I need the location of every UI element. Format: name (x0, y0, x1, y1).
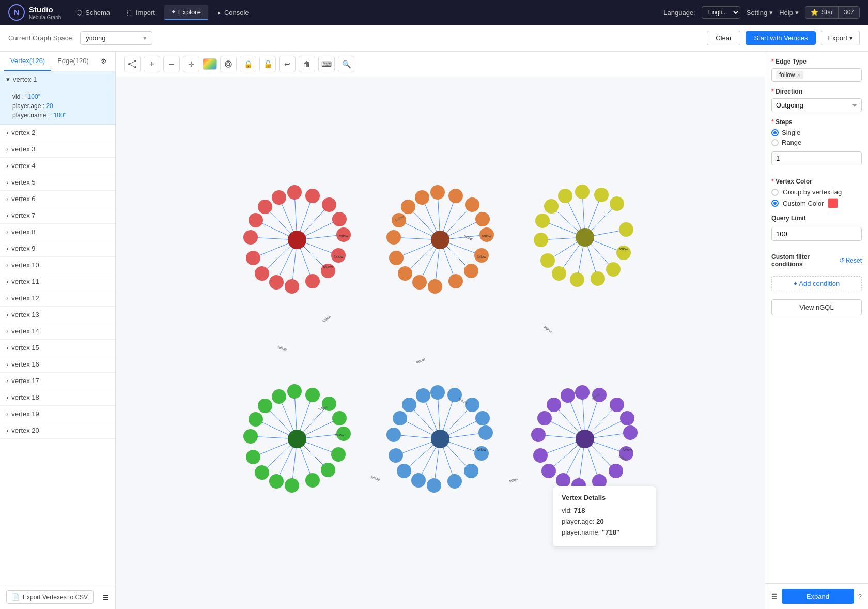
svg-point-202 (547, 398, 561, 412)
language-label: Language: (663, 9, 695, 17)
tab-vertex[interactable]: Vertex(126) (4, 52, 51, 71)
list-item[interactable]: ›vertex 7 (0, 207, 115, 224)
list-item[interactable]: ›vertex 5 (0, 174, 115, 191)
direction-select[interactable]: Outgoing Incoming Bidirect (771, 98, 862, 112)
svg-point-132 (243, 429, 258, 444)
language-select[interactable]: Engli... (702, 6, 740, 19)
chevron-down-icon: ▾ (6, 75, 10, 83)
list-item[interactable]: ›vertex 12 (0, 290, 115, 307)
svg-point-169 (416, 388, 430, 403)
nav-schema[interactable]: ⬡ Schema (69, 6, 117, 20)
list-item[interactable]: ›vertex 11 (0, 273, 115, 290)
query-limit-input[interactable] (771, 227, 862, 241)
chevron-right-icon: › (6, 311, 8, 318)
svg-point-160 (464, 464, 478, 478)
steps-input[interactable] (771, 151, 862, 165)
list-item[interactable]: ›vertex 18 (0, 389, 115, 406)
delete-icon[interactable]: 🗑 (299, 56, 315, 72)
zoom-in-icon[interactable]: + (144, 56, 160, 72)
svg-point-28 (269, 275, 284, 290)
svg-point-207 (620, 411, 634, 425)
tab-bar: Vertex(126) Edge(120) ⚙ (0, 52, 115, 71)
popup-vid: vid: 718 (562, 507, 647, 514)
graph-canvas[interactable]: followfollowfollow followfollow (116, 77, 765, 609)
list-item[interactable]: ›vertex 8 (0, 224, 115, 240)
lock-icon[interactable]: 🔒 (240, 56, 256, 72)
move-icon[interactable]: ✛ (183, 56, 199, 72)
remove-tag-button[interactable]: × (797, 72, 800, 78)
export-csv-button[interactable]: 📄 Export Vertexes to CSV (6, 590, 94, 604)
setting-menu[interactable]: Setting ▾ (747, 9, 773, 17)
keyboard-icon[interactable]: ⌨ (318, 56, 335, 72)
svg-point-92 (619, 222, 633, 237)
list-icon-right[interactable]: ☰ (771, 592, 778, 600)
import-icon: ⬚ (127, 9, 133, 17)
space-label: Current Graph Space: (8, 34, 74, 42)
search-icon[interactable]: 🔍 (338, 56, 354, 72)
svg-point-67 (386, 230, 401, 245)
custom-color-radio[interactable] (771, 200, 779, 207)
tab-edge[interactable]: Edge(120) (51, 52, 95, 71)
list-item[interactable]: ›vertex 6 (0, 191, 115, 207)
graph-space-select[interactable]: yidong ▾ (80, 31, 152, 45)
list-item[interactable]: ›vertex 4 (0, 158, 115, 174)
list-item[interactable]: ›vertex 10 (0, 257, 115, 273)
svg-point-29 (255, 266, 269, 281)
color-picker[interactable] (203, 58, 217, 70)
list-item[interactable]: ›vertex 14 (0, 323, 115, 340)
zoom-out-icon[interactable]: − (163, 56, 180, 72)
group-by-tag-radio[interactable] (771, 189, 779, 196)
nav-console[interactable]: ▸ Console (210, 6, 256, 20)
view-ngql-button[interactable]: View nGQL (771, 299, 862, 315)
unlock-icon[interactable]: 🔓 (259, 56, 276, 72)
github-star[interactable]: ⭐ Star 307 (805, 6, 860, 19)
help-menu[interactable]: Help ▾ (779, 9, 799, 17)
list-item[interactable]: ›vertex 15 (0, 340, 115, 356)
svg-point-170 (430, 385, 445, 400)
svg-text:follow: follow (323, 265, 333, 269)
step-range-radio[interactable] (771, 139, 779, 146)
color-swatch[interactable] (828, 198, 838, 208)
nav-explore[interactable]: ⌖ Explore (164, 5, 208, 20)
svg-point-71 (430, 185, 445, 200)
nav-import[interactable]: ⬚ Import (119, 6, 162, 20)
reset-icon: ↺ (839, 257, 844, 264)
export-button[interactable]: Export ▾ (821, 31, 860, 45)
toolbar: + − ✛ 🔒 🔓 ↩ 🗑 ⌨ 🔍 (116, 52, 765, 77)
expand-button[interactable]: Expand (782, 589, 854, 604)
clear-button[interactable]: Clear (707, 31, 740, 45)
list-item[interactable]: ›vertex 2 (0, 125, 115, 141)
list-icon[interactable]: ☰ (103, 593, 109, 601)
svg-point-5 (225, 61, 231, 67)
svg-point-101 (544, 199, 559, 214)
layout-icon[interactable] (124, 56, 141, 72)
left-footer: 📄 Export Vertexes to CSV ☰ (0, 585, 115, 609)
list-item[interactable]: ›vertex 3 (0, 141, 115, 158)
list-item[interactable]: ▾ vertex 1 (0, 71, 115, 88)
list-item[interactable]: ›vertex 19 (0, 406, 115, 422)
settings-icon[interactable]: ⚙ (97, 53, 111, 69)
filter-icon[interactable] (220, 56, 237, 72)
chevron-right-icon: › (6, 228, 8, 236)
list-item[interactable]: ›vertex 17 (0, 373, 115, 389)
chevron-right-icon: › (6, 261, 8, 269)
svg-point-194 (609, 464, 623, 478)
svg-point-203 (561, 388, 575, 403)
step-single-radio[interactable] (771, 129, 779, 136)
svg-point-131 (246, 450, 260, 464)
edge-type-input[interactable]: follow × (771, 68, 862, 82)
svg-point-61 (464, 264, 478, 278)
filter-reset-button[interactable]: ↺ Reset (839, 257, 862, 264)
help-circle-icon[interactable]: ? (858, 592, 862, 600)
list-item[interactable]: ›vertex 20 (0, 422, 115, 439)
svg-point-165 (389, 448, 403, 463)
svg-point-1 (134, 60, 136, 62)
add-condition-button[interactable]: + Add condition (771, 276, 862, 291)
list-item[interactable]: ›vertex 13 (0, 307, 115, 323)
start-with-vertices-button[interactable]: Start with Vertices (746, 31, 816, 45)
query-limit-label: Query Limit (771, 215, 862, 222)
undo-icon[interactable]: ↩ (279, 56, 296, 72)
list-item[interactable]: ›vertex 16 (0, 356, 115, 373)
list-item[interactable]: ›vertex 9 (0, 240, 115, 257)
star-button[interactable]: ⭐ Star (805, 7, 839, 18)
